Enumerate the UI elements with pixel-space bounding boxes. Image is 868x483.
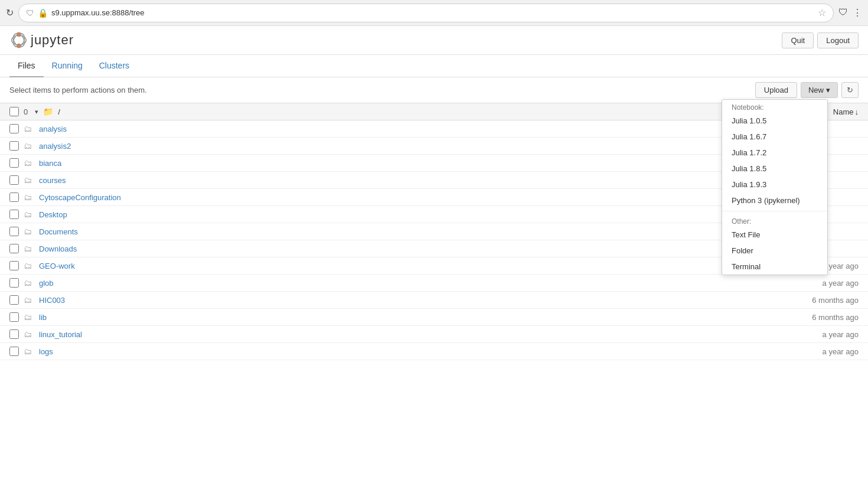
file-name-link[interactable]: Downloads <box>39 244 783 253</box>
file-checkbox[interactable] <box>9 175 19 185</box>
file-name-link[interactable]: courses <box>39 176 783 185</box>
logout-button[interactable]: Logout <box>817 32 859 48</box>
file-name-link[interactable]: logs <box>39 347 783 356</box>
browser-menu-icon[interactable]: ⋮ <box>853 7 862 18</box>
svg-point-4 <box>11 31 27 48</box>
dropdown-item-julia-193[interactable]: Julia 1.9.3 <box>722 177 827 192</box>
folder-icon: 🗂 <box>24 141 34 151</box>
browser-bookmark-icon[interactable]: ☆ <box>818 7 826 18</box>
dropdown-item-julia-105[interactable]: Julia 1.0.5 <box>722 113 827 129</box>
browser-url-text[interactable]: s9.uppmax.uu.se:8888/tree <box>51 8 811 17</box>
browser-extensions: 🛡 ⋮ <box>838 7 862 18</box>
dropdown-item-folder[interactable]: Folder <box>722 243 827 259</box>
tabs-bar: Files Running Clusters <box>0 55 868 77</box>
file-name-link[interactable]: glob <box>39 279 783 288</box>
table-row: 🗂 lib 6 months ago <box>0 309 868 326</box>
file-checkbox[interactable] <box>9 227 19 236</box>
file-name-link[interactable]: Desktop <box>39 210 783 219</box>
table-row: 🗂 HIC003 6 months ago <box>0 292 868 309</box>
folder-icon: 🗂 <box>24 295 34 305</box>
select-all-checkbox[interactable] <box>9 107 19 116</box>
browser-address-bar: 🛡 🔒 s9.uppmax.uu.se:8888/tree ☆ <box>18 4 834 22</box>
file-name-link[interactable]: analysis <box>39 125 783 133</box>
name-sort-button[interactable]: Name ↓ <box>833 107 859 116</box>
file-name-link[interactable]: CytoscapeConfiguration <box>39 193 783 202</box>
file-checkbox[interactable] <box>9 278 19 288</box>
jupyter-header: jupyter Quit Logout <box>0 26 868 55</box>
browser-chrome: ↻ 🛡 🔒 s9.uppmax.uu.se:8888/tree ☆ 🛡 ⋮ <box>0 0 868 26</box>
folder-icon: 🗂 <box>24 175 34 185</box>
folder-icon: 🗂 <box>24 158 34 168</box>
current-folder-icon: 📁 <box>43 107 53 116</box>
tab-running[interactable]: Running <box>44 55 91 77</box>
folder-icon: 🗂 <box>24 244 34 253</box>
tab-files[interactable]: Files <box>9 55 44 77</box>
file-checkbox[interactable] <box>9 295 19 305</box>
folder-icon: 🗂 <box>24 124 34 133</box>
jupyter-logo[interactable]: jupyter <box>9 31 74 50</box>
file-name-link[interactable]: analysis2 <box>39 142 783 151</box>
select-dropdown-icon[interactable]: ▾ <box>35 108 38 116</box>
file-checkbox[interactable] <box>9 124 19 133</box>
folder-icon: 🗂 <box>24 261 34 270</box>
jupyter-header-buttons: Quit Logout <box>782 32 859 48</box>
file-checkbox[interactable] <box>9 141 19 151</box>
file-date: 6 months ago <box>788 313 859 322</box>
file-date: 6 months ago <box>788 296 859 305</box>
file-name-link[interactable]: Documents <box>39 227 783 236</box>
refresh-button[interactable]: ↻ <box>841 82 859 98</box>
file-name-link[interactable]: GEO-work <box>39 262 783 270</box>
folder-icon: 🗂 <box>24 227 34 236</box>
selected-count: 0 <box>24 107 28 116</box>
folder-icon: 🗂 <box>24 312 34 322</box>
table-row: 🗂 logs a year ago <box>0 343 868 360</box>
file-name-link[interactable]: linux_tutorial <box>39 330 783 339</box>
file-checkbox[interactable] <box>9 261 19 270</box>
file-date: a year ago <box>788 330 859 339</box>
new-button[interactable]: New ▾ <box>801 82 838 98</box>
jupyter-logo-text: jupyter <box>31 32 74 48</box>
file-date: a year ago <box>788 279 859 288</box>
folder-icon: 🗂 <box>24 329 34 339</box>
file-checkbox[interactable] <box>9 312 19 322</box>
file-name-link[interactable]: HIC003 <box>39 296 783 305</box>
file-date: a year ago <box>788 347 859 356</box>
notebook-section-label: Notebook: <box>722 100 827 113</box>
current-path: / <box>58 107 60 116</box>
folder-icon: 🗂 <box>24 210 34 219</box>
dropdown-divider <box>722 211 827 211</box>
quit-button[interactable]: Quit <box>782 32 814 48</box>
dropdown-item-python3[interactable]: Python 3 (ipykernel) <box>722 192 827 208</box>
browser-shield-icon: 🛡 <box>26 8 34 18</box>
file-checkbox[interactable] <box>9 244 19 253</box>
file-checkbox[interactable] <box>9 158 19 168</box>
browser-extension-shield-icon: 🛡 <box>838 7 848 18</box>
file-name-link[interactable]: bianca <box>39 159 783 168</box>
folder-icon: 🗂 <box>24 278 34 288</box>
file-checkbox[interactable] <box>9 192 19 202</box>
upload-button[interactable]: Upload <box>755 82 797 98</box>
file-checkbox[interactable] <box>9 347 19 356</box>
dropdown-item-julia-167[interactable]: Julia 1.6.7 <box>722 129 827 145</box>
folder-icon: 🗂 <box>24 192 34 202</box>
file-checkbox[interactable] <box>9 210 19 219</box>
dropdown-item-julia-172[interactable]: Julia 1.7.2 <box>722 145 827 161</box>
toolbar-actions: Upload New ▾ ↻ <box>755 82 859 98</box>
file-checkbox[interactable] <box>9 329 19 339</box>
file-name-link[interactable]: lib <box>39 313 783 322</box>
browser-refresh-icon[interactable]: ↻ <box>6 7 14 18</box>
table-row: 🗂 glob a year ago <box>0 275 868 292</box>
tab-clusters[interactable]: Clusters <box>91 55 138 77</box>
table-row: 🗂 linux_tutorial a year ago <box>0 326 868 343</box>
new-dropdown-menu: Notebook: Julia 1.0.5 Julia 1.6.7 Julia … <box>722 99 828 275</box>
toolbar-hint: Select items to perform actions on them. <box>9 86 147 94</box>
browser-security-warning-icon: 🔒 <box>38 8 48 18</box>
dropdown-item-julia-185[interactable]: Julia 1.8.5 <box>722 161 827 177</box>
folder-icon: 🗂 <box>24 347 34 356</box>
jupyter-logo-icon <box>9 31 28 50</box>
other-section-label: Other: <box>722 214 827 227</box>
dropdown-item-text-file[interactable]: Text File <box>722 227 827 243</box>
dropdown-item-terminal[interactable]: Terminal <box>722 259 827 275</box>
new-dropdown-arrow-icon: ▾ <box>826 86 830 94</box>
